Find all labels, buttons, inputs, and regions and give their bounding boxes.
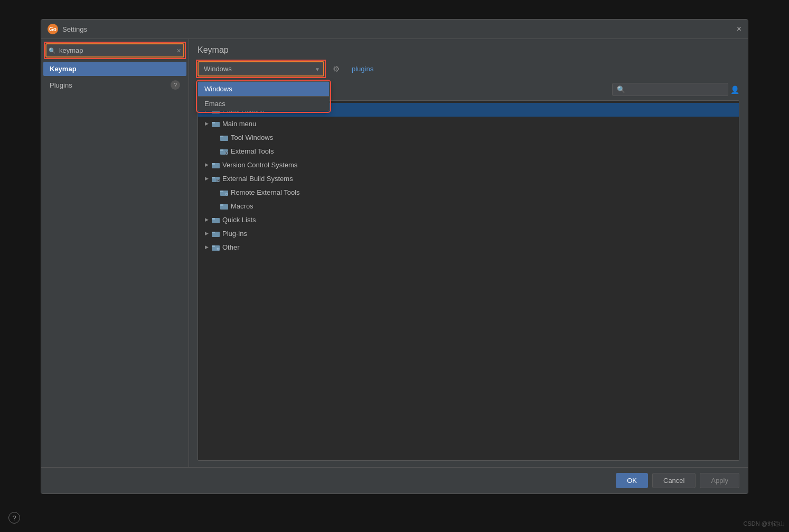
- help-icon[interactable]: ?: [8, 512, 20, 524]
- section-title: Keymap: [198, 45, 739, 55]
- main-content: Keymap ▼ Windows Emacs: [189, 39, 748, 467]
- tree-row[interactable]: ▶ Macros: [198, 199, 739, 213]
- tree-container: ▶ Editor Actions ▶: [198, 100, 739, 461]
- folder-icon: [212, 161, 220, 168]
- folder-icon: [220, 188, 229, 196]
- svg-point-34: [218, 249, 219, 250]
- svg-rect-17: [212, 177, 215, 178]
- svg-rect-5: [220, 136, 223, 137]
- dialog-title: Settings: [62, 25, 87, 33]
- search-icon: 🔍: [49, 47, 56, 54]
- keymap-dropdown-container: ▼ Windows Emacs: [198, 61, 324, 77]
- tree-row[interactable]: ▶ External Build Systems: [198, 172, 739, 185]
- folder-icon: [212, 243, 220, 251]
- tree-row-label: Macros: [231, 202, 253, 210]
- tree-row[interactable]: ▶ External Tools: [198, 144, 739, 158]
- svg-rect-3: [212, 122, 215, 124]
- plugins-link[interactable]: plugins: [352, 65, 373, 73]
- folder-icon: [212, 230, 220, 237]
- title-bar-left: Go Settings: [48, 24, 87, 34]
- folder-icon: [212, 216, 220, 223]
- search-clear-icon[interactable]: ✕: [176, 47, 181, 54]
- tree-row-label: Main menu: [222, 120, 256, 128]
- keymap-controls: ▼ Windows Emacs ⚙ plugins: [198, 61, 739, 77]
- app-icon: Go: [48, 24, 58, 34]
- tree-row-label: Remote External Tools: [231, 188, 300, 196]
- svg-rect-28: [212, 232, 215, 233]
- expander-icon: ▶: [202, 243, 211, 251]
- tree-row-label: Plug-ins: [222, 230, 247, 238]
- keymap-search-input[interactable]: [612, 83, 728, 96]
- plugins-badge: ?: [171, 80, 180, 90]
- folder-icon: [212, 120, 220, 127]
- tree-row-label: Version Control Systems: [222, 161, 297, 169]
- search-input[interactable]: [45, 43, 184, 58]
- sidebar-item-keymap-label: Keymap: [50, 65, 77, 73]
- sidebar: 🔍 ✕ Keymap Plugins ?: [41, 39, 189, 467]
- search-box: 🔍 ✕: [45, 43, 184, 58]
- sidebar-item-plugins-label: Plugins: [50, 81, 72, 89]
- tree-row[interactable]: ▶ Tool Windows: [198, 130, 739, 144]
- tree-row[interactable]: ▶ Main menu: [198, 117, 739, 130]
- dialog-body: 🔍 ✕ Keymap Plugins ? Keymap ▼: [41, 39, 748, 467]
- svg-rect-7: [220, 149, 223, 151]
- dialog-footer: OK Cancel Apply: [41, 467, 748, 493]
- dropdown-option-windows-label: Windows: [204, 85, 232, 93]
- svg-point-33: [219, 248, 220, 249]
- svg-rect-15: [212, 163, 215, 165]
- expander-icon: ▶: [202, 215, 211, 224]
- svg-point-32: [217, 248, 218, 249]
- dropdown-option-emacs-label: Emacs: [204, 100, 226, 108]
- watermark: CSDN @刘远山: [744, 520, 785, 528]
- svg-rect-30: [212, 245, 215, 247]
- sidebar-item-plugins[interactable]: Plugins ?: [43, 77, 186, 93]
- tree-row[interactable]: ▶ Plug-ins: [198, 226, 739, 240]
- close-button[interactable]: ×: [737, 25, 741, 33]
- tree-row-label: External Build Systems: [222, 175, 293, 183]
- folder-icon: [220, 202, 229, 210]
- sidebar-item-keymap[interactable]: Keymap: [43, 62, 186, 76]
- folder-icon: [220, 147, 229, 155]
- folder-icon: [220, 134, 229, 141]
- expander-icon: ▶: [202, 119, 211, 128]
- dropdown-option-emacs[interactable]: Emacs: [198, 97, 329, 111]
- keymap-dropdown-input[interactable]: [198, 61, 324, 77]
- tree-row-label: External Tools: [231, 147, 274, 155]
- svg-rect-24: [220, 204, 223, 206]
- expander-icon: ▶: [202, 174, 211, 183]
- keymap-dropdown-popup: Windows Emacs: [198, 81, 330, 111]
- tree-row[interactable]: ▶ Other: [198, 240, 739, 254]
- tree-row-label: Quick Lists: [222, 216, 256, 224]
- gear-button[interactable]: ⚙: [328, 62, 343, 77]
- tree-row-label: Tool Windows: [231, 134, 273, 141]
- apply-button[interactable]: Apply: [700, 473, 739, 488]
- ok-button[interactable]: OK: [616, 473, 648, 488]
- tree-row-label: Other: [222, 243, 240, 251]
- expander-icon: ▶: [202, 160, 211, 169]
- tree-row[interactable]: ▶ Remote External Tools: [198, 185, 739, 199]
- settings-dialog: Go Settings × 🔍 ✕ Keymap Plugins ? Keyma…: [41, 19, 748, 494]
- app-icon-label: Go: [49, 26, 57, 32]
- folder-icon: [212, 175, 220, 182]
- tree-row[interactable]: ▶ Version Control Systems: [198, 158, 739, 172]
- tree-row[interactable]: ▶ Quick Lists: [198, 213, 739, 226]
- persona-icon[interactable]: 👤: [730, 86, 739, 94]
- cancel-button[interactable]: Cancel: [652, 473, 696, 488]
- title-bar: Go Settings ×: [41, 20, 748, 39]
- svg-rect-21: [220, 191, 223, 192]
- expander-icon: ▶: [202, 229, 211, 238]
- svg-rect-26: [212, 218, 215, 220]
- dropdown-option-windows[interactable]: Windows: [198, 82, 329, 97]
